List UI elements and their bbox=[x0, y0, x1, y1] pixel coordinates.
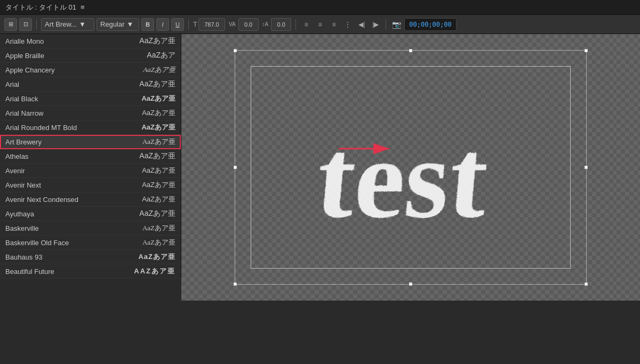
font-item-preview: AaZあア亜 bbox=[127, 238, 175, 247]
next-frame-button[interactable]: |▶ bbox=[370, 19, 381, 30]
font-item-name: Beautiful Future bbox=[5, 268, 127, 276]
align-right-button[interactable]: ≡ bbox=[328, 19, 340, 30]
font-item-name: Avenir Next bbox=[5, 181, 127, 189]
style-dropdown-arrow: ▼ bbox=[127, 20, 134, 28]
font-list-item[interactable]: Arialle MonoAaZあア亜 bbox=[0, 34, 181, 48]
font-item-name: Art Brewery bbox=[5, 138, 127, 146]
font-item-preview: AaZあア亜 bbox=[127, 123, 175, 132]
font-size-field: T bbox=[193, 18, 225, 31]
font-list-item[interactable]: Arial Rounded MT BoldAaZあア亜 bbox=[0, 120, 181, 135]
align-justify-button[interactable]: ⋮ bbox=[342, 19, 354, 30]
font-list-item[interactable]: Baskerville Old FaceAaZあア亜 bbox=[0, 236, 181, 250]
grid-icon[interactable]: ⊞ bbox=[4, 18, 17, 31]
font-list-item[interactable]: BaskervilleAaZあア亜 bbox=[0, 221, 181, 236]
font-item-preview: AaZあア亜 bbox=[127, 65, 175, 75]
font-item-name: Athelas bbox=[5, 152, 127, 160]
font-list-item[interactable]: Apple BrailleAaZあア bbox=[0, 48, 181, 63]
font-item-preview: AaZあア亜 bbox=[127, 180, 175, 190]
font-family-dropdown[interactable]: Art Brew... ▼ bbox=[41, 18, 94, 31]
font-list-item[interactable]: Arial BlackAaZあア亜 bbox=[0, 92, 181, 106]
toolbar: ⊞ ⊡ Art Brew... ▼ Regular ▼ B I U T VA ↕… bbox=[0, 15, 640, 34]
leading-input[interactable] bbox=[271, 18, 291, 31]
font-item-name: Ayuthaya bbox=[5, 210, 127, 218]
font-list-item[interactable]: Avenir NextAaZあア亜 bbox=[0, 178, 181, 192]
font-list-item[interactable]: AvenirAaZあア亜 bbox=[0, 164, 181, 178]
font-item-name: Arialle Mono bbox=[5, 37, 127, 45]
font-item-preview: AaZあア亜 bbox=[127, 195, 175, 204]
font-item-name: Arial Rounded MT Bold bbox=[5, 124, 127, 132]
tracking-icon: VA bbox=[227, 21, 237, 28]
font-item-preview: AaZあア亜 bbox=[127, 79, 175, 89]
divider-2 bbox=[188, 19, 189, 30]
font-item-name: Apple Chancery bbox=[5, 66, 127, 74]
title-text: タイトル : タイトル 01 bbox=[5, 3, 76, 12]
canvas-area: test bbox=[181, 34, 640, 301]
canvas-test-text: test bbox=[312, 116, 493, 241]
font-item-name: Avenir Next Condensed bbox=[5, 196, 127, 204]
font-item-preview: AaZあア亜 bbox=[127, 36, 175, 46]
font-item-preview: AaZあア亜 bbox=[127, 209, 175, 219]
camera-icon[interactable]: 📷 bbox=[390, 19, 402, 30]
leading-field: ↕A bbox=[261, 18, 292, 31]
underline-button[interactable]: U bbox=[171, 18, 184, 31]
font-list-item[interactable]: Art BreweryAaZあア亜 bbox=[0, 135, 181, 149]
font-item-name: Apple Braille bbox=[5, 52, 127, 60]
canvas-text-area[interactable]: test bbox=[245, 66, 576, 269]
font-style-label: Regular bbox=[100, 20, 125, 28]
align-center-button[interactable]: ≡ bbox=[314, 19, 326, 30]
font-list-item[interactable]: ArialAaZあア亜 bbox=[0, 77, 181, 92]
prev-frame-button[interactable]: ◀| bbox=[356, 19, 367, 30]
font-list-item[interactable]: AthelasAaZあア亜 bbox=[0, 149, 181, 164]
title-bar: タイトル : タイトル 01 ≡ bbox=[0, 0, 640, 15]
font-item-name: Bauhaus 93 bbox=[5, 253, 127, 261]
divider-1 bbox=[36, 19, 37, 30]
divider-3 bbox=[295, 19, 296, 30]
font-list-item[interactable]: AyuthayaAaZあア亜 bbox=[0, 207, 181, 221]
menu-icon[interactable]: ≡ bbox=[81, 3, 85, 11]
font-item-name: Baskerville bbox=[5, 224, 127, 232]
tracking-field: VA bbox=[227, 18, 259, 31]
transform-icon[interactable]: ⊡ bbox=[19, 18, 32, 31]
font-dropdown-panel: Arialle MonoAaZあア亜Apple BrailleAaZあアAppl… bbox=[0, 34, 181, 279]
font-item-preview: AAZあア亜 bbox=[127, 266, 175, 276]
font-size-input[interactable] bbox=[198, 18, 225, 31]
font-item-name: Baskerville Old Face bbox=[5, 239, 127, 247]
font-item-name: Arial Black bbox=[5, 95, 127, 103]
divider-4 bbox=[386, 19, 386, 30]
bold-button[interactable]: B bbox=[141, 18, 154, 31]
font-dropdown-arrow: ▼ bbox=[79, 20, 86, 28]
font-item-name: Arial bbox=[5, 80, 127, 88]
italic-button[interactable]: I bbox=[156, 18, 169, 31]
font-item-preview: AaZあア bbox=[127, 51, 175, 60]
font-style-dropdown[interactable]: Regular ▼ bbox=[97, 18, 139, 31]
font-item-name: Avenir bbox=[5, 167, 127, 175]
size-icon: T bbox=[193, 20, 197, 28]
font-item-preview: AaZあア亜 bbox=[127, 137, 175, 147]
leading-icon: ↕A bbox=[261, 21, 270, 28]
font-item-preview: AaZあア亜 bbox=[127, 94, 175, 103]
font-name-label: Art Brew... bbox=[45, 20, 77, 28]
font-list-item[interactable]: Bauhaus 93AaZあア亜 bbox=[0, 250, 181, 264]
font-list-item[interactable]: Arial NarrowAaZあア亜 bbox=[0, 106, 181, 120]
font-item-preview: AaZあア亜 bbox=[127, 223, 175, 233]
font-item-name: Arial Narrow bbox=[5, 109, 127, 117]
font-item-preview: AaZあア亜 bbox=[127, 252, 175, 262]
test-text-svg: test bbox=[245, 74, 576, 261]
font-item-preview: AaZあア亜 bbox=[127, 108, 175, 118]
font-list-item[interactable]: Avenir Next CondensedAaZあア亜 bbox=[0, 192, 181, 207]
font-item-preview: AaZあア亜 bbox=[127, 151, 175, 161]
align-left-button[interactable]: ≡ bbox=[300, 19, 312, 30]
font-list-item[interactable]: Apple ChanceryAaZあア亜 bbox=[0, 63, 181, 77]
canvas-frame: test bbox=[208, 34, 613, 301]
font-list-item[interactable]: Beautiful FutureAAZあア亜 bbox=[0, 264, 181, 279]
font-list: Arialle MonoAaZあア亜Apple BrailleAaZあアAppl… bbox=[0, 34, 181, 279]
timecode-display: 00;00;00;00 bbox=[404, 18, 456, 31]
tracking-input[interactable] bbox=[238, 18, 259, 31]
font-item-preview: AaZあア亜 bbox=[127, 166, 175, 175]
